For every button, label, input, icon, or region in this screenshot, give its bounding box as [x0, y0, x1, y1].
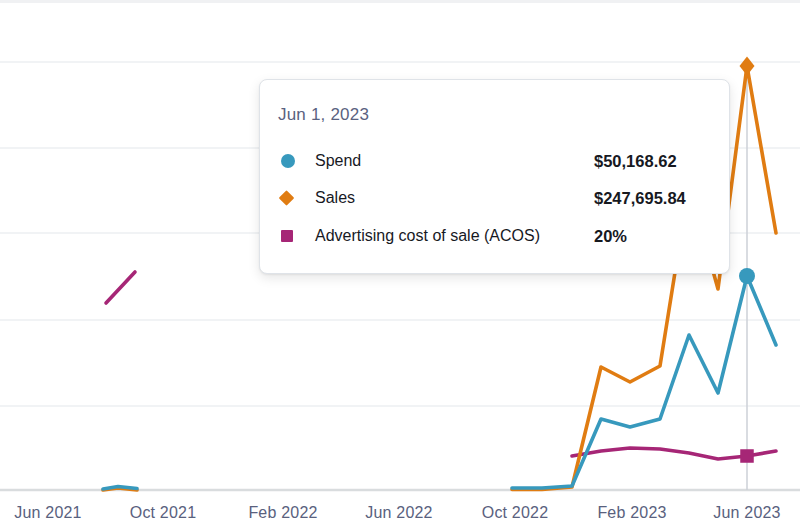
tooltip-row-label: Advertising cost of sale (ACOS) — [315, 227, 540, 245]
spend-circle-icon — [281, 154, 295, 168]
x-axis-label: Oct 2022 — [482, 504, 549, 522]
advertising-metrics-chart: Jun 2021 Oct 2021 Feb 2022 Jun 2022 Oct … — [0, 0, 800, 532]
x-axis-label: Jun 2021 — [14, 504, 81, 522]
tooltip-row-spend: Spend $50,168.62 — [278, 148, 715, 174]
tooltip-row-value: $247,695.84 — [594, 189, 686, 208]
tooltip-row-sales: Sales $247,695.84 — [278, 185, 715, 211]
x-axis-label: Feb 2022 — [248, 504, 317, 522]
tooltip-row-value: $50,168.62 — [594, 152, 677, 171]
x-axis-label: Jun 2022 — [365, 504, 432, 522]
tooltip-row-acos: Advertising cost of sale (ACOS) 20% — [278, 223, 715, 249]
sales-diamond-icon — [279, 190, 295, 206]
x-axis-label: Feb 2023 — [597, 504, 666, 522]
acos-square-icon — [281, 230, 293, 242]
tooltip-row-label: Spend — [315, 152, 361, 170]
chart-tooltip: Jun 1, 2023 Spend $50,168.62 Sales $247,… — [259, 79, 730, 274]
x-axis-label: Oct 2021 — [130, 504, 197, 522]
tooltip-date: Jun 1, 2023 — [278, 105, 369, 125]
tooltip-row-value: 20% — [594, 227, 627, 246]
tooltip-row-label: Sales — [315, 189, 355, 207]
x-axis-label: Jun 2023 — [713, 504, 780, 522]
